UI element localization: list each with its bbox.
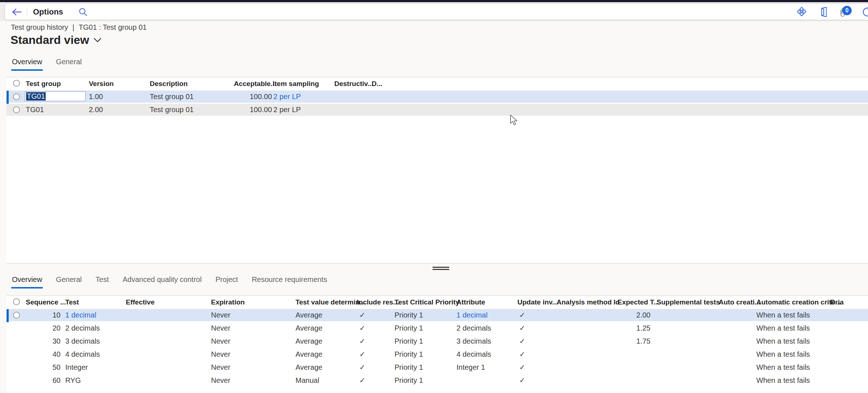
include-result-checkmark[interactable]: ✓	[359, 335, 365, 347]
include-result-checkmark[interactable]: ✓	[359, 322, 365, 334]
table-row[interactable]: 20 2 decimals Never Average ✓ Priority 1…	[7, 322, 868, 335]
table-row[interactable]: TG01 2.00 Test group 01 100.00 2 per LP	[7, 104, 868, 117]
test-value-cell[interactable]: Average	[295, 361, 322, 373]
test-value-cell[interactable]: Manual	[295, 374, 319, 386]
acceptable-cell[interactable]: 100.00	[228, 104, 272, 116]
acceptable-cell[interactable]: 100.00	[228, 91, 272, 103]
app-switcher-button[interactable]	[796, 6, 807, 18]
test-cell[interactable]: RYG	[65, 374, 81, 386]
col-auto-creation[interactable]: Auto creati...	[719, 296, 760, 309]
tab-resource-requirements[interactable]: Resource requirements	[251, 275, 328, 288]
update-inventory-checkmark[interactable]: ✓	[519, 361, 525, 373]
select-all-radio[interactable]	[13, 80, 20, 87]
creation-criteria-cell[interactable]: When a test fails	[756, 361, 810, 373]
expected-cell[interactable]: 2.00	[614, 309, 650, 321]
expected-cell[interactable]: 1.25	[614, 322, 650, 334]
row-selector-radio[interactable]	[13, 312, 20, 319]
table-row[interactable]: TG01 1.00 Test group 01 100.00 2 per LP	[7, 91, 868, 104]
view-selector[interactable]: Standard view	[11, 33, 102, 47]
description-cell[interactable]: Test group 01	[150, 104, 194, 116]
col-expiration[interactable]: Expiration	[211, 296, 245, 309]
expiration-cell[interactable]: Never	[211, 374, 230, 386]
update-inventory-checkmark[interactable]: ✓	[519, 322, 525, 334]
col-effective[interactable]: Effective	[126, 296, 154, 309]
test-value-cell[interactable]: Average	[295, 348, 322, 360]
search-button[interactable]	[78, 7, 88, 17]
attribute-cell[interactable]: Integer 1	[456, 361, 485, 373]
col-description[interactable]: Description	[150, 77, 188, 90]
col-acceptable[interactable]: Acceptable...	[234, 77, 276, 90]
expiration-cell[interactable]: Never	[211, 322, 230, 334]
version-cell[interactable]: 2.00	[89, 104, 103, 116]
tab-overview-lower[interactable]: Overview	[11, 275, 43, 288]
tab-test[interactable]: Test	[95, 275, 110, 288]
attribute-link[interactable]: 1 decimal	[456, 309, 488, 321]
splitter-handle[interactable]	[433, 267, 449, 271]
sequence-cell[interactable]: 60	[32, 374, 61, 386]
test-value-cell[interactable]: Average	[295, 322, 322, 334]
col-destructive[interactable]: Destructiv...	[334, 77, 373, 90]
test-value-cell[interactable]: Average	[295, 309, 322, 321]
col-d[interactable]: D...	[830, 296, 841, 309]
attribute-cell[interactable]: 3 decimals	[456, 335, 491, 347]
col-sequence[interactable]: Sequence ...	[26, 296, 66, 309]
col-item-sampling[interactable]: Item sampling	[273, 77, 319, 90]
priority-cell[interactable]: Priority 1	[394, 374, 423, 386]
item-sampling-cell[interactable]: 2 per LP	[273, 104, 301, 116]
test-cell[interactable]: Integer	[65, 361, 88, 373]
item-sampling-link[interactable]: 2 per LP	[273, 91, 301, 103]
select-all-radio[interactable]	[13, 298, 20, 305]
expiration-cell[interactable]: Never	[211, 361, 230, 373]
sequence-cell[interactable]: 30	[32, 335, 61, 347]
test-link[interactable]: 1 decimal	[65, 309, 96, 321]
update-inventory-checkmark[interactable]: ✓	[519, 309, 525, 321]
creation-criteria-cell[interactable]: When a test fails	[756, 335, 810, 347]
include-result-checkmark[interactable]: ✓	[359, 309, 365, 321]
refresh-button[interactable]	[861, 6, 868, 18]
test-value-cell[interactable]: Average	[295, 335, 322, 347]
include-result-checkmark[interactable]: ✓	[359, 374, 365, 386]
test-cell[interactable]: 2 decimals	[65, 322, 100, 334]
table-row[interactable]: 40 4 decimals Never Average ✓ Priority 1…	[7, 348, 868, 361]
priority-cell[interactable]: Priority 1	[394, 309, 423, 321]
creation-criteria-cell[interactable]: When a test fails	[756, 309, 810, 321]
tab-overview-upper[interactable]: Overview	[11, 57, 43, 71]
sequence-cell[interactable]: 10	[32, 309, 61, 321]
table-row[interactable]: 30 3 decimals Never Average ✓ Priority 1…	[7, 335, 868, 348]
tab-advanced-quality-control[interactable]: Advanced quality control	[122, 275, 202, 288]
creation-criteria-cell[interactable]: When a test fails	[756, 322, 810, 334]
attribute-cell[interactable]: 4 decimals	[456, 348, 491, 360]
attribute-cell[interactable]: 2 decimals	[456, 322, 491, 334]
breadcrumb-page[interactable]: Test group history	[11, 23, 68, 32]
col-include-result[interactable]: Include res...	[357, 296, 399, 309]
priority-cell[interactable]: Priority 1	[394, 361, 423, 373]
description-cell[interactable]: Test group 01	[150, 91, 194, 103]
col-d[interactable]: D...	[372, 77, 383, 90]
include-result-checkmark[interactable]: ✓	[359, 361, 365, 373]
test-group-cell[interactable]: TG01	[26, 104, 44, 116]
table-row[interactable]: 60 RYG Never Manual ✓ Priority 1 ✓ When …	[7, 374, 868, 388]
col-test-value-determination[interactable]: Test value determin...	[295, 296, 365, 309]
include-result-checkmark[interactable]: ✓	[359, 348, 365, 360]
back-button[interactable]	[11, 8, 22, 16]
col-supplemental-tests[interactable]: Supplemental tests	[657, 296, 720, 309]
col-update-inventory[interactable]: Update inv...	[517, 296, 558, 309]
office-apps-button[interactable]	[818, 7, 828, 17]
table-row[interactable]: 10 1 decimal Never Average ✓ Priority 1 …	[7, 309, 868, 322]
col-test-critical-priority[interactable]: Test Critical Priority	[394, 296, 459, 309]
expiration-cell[interactable]: Never	[211, 348, 230, 360]
col-test-group[interactable]: Test group	[26, 77, 61, 90]
options-menu[interactable]: Options	[33, 7, 63, 17]
expected-cell[interactable]: 1.75	[614, 335, 650, 347]
creation-criteria-cell[interactable]: When a test fails	[756, 348, 810, 360]
version-cell[interactable]: 1.00	[89, 91, 103, 103]
col-expected-test[interactable]: Expected T...	[617, 296, 659, 309]
row-selector-radio[interactable]	[13, 93, 20, 100]
expiration-cell[interactable]: Never	[211, 335, 230, 347]
creation-criteria-cell[interactable]: When a test fails	[756, 374, 810, 386]
update-inventory-checkmark[interactable]: ✓	[519, 335, 525, 347]
priority-cell[interactable]: Priority 1	[394, 348, 423, 360]
tab-project[interactable]: Project	[215, 275, 239, 288]
update-inventory-checkmark[interactable]: ✓	[519, 348, 525, 360]
sequence-cell[interactable]: 50	[32, 361, 61, 373]
